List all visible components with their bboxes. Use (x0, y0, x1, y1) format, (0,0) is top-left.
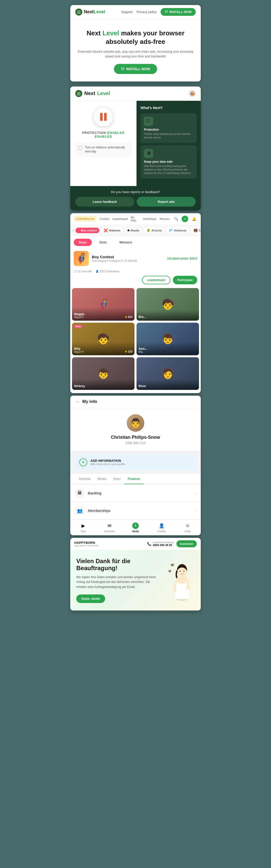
lw-nav-contest[interactable]: Contest (100, 217, 109, 220)
hb-register-button[interactable]: Anmelden (176, 540, 197, 547)
hb-phone-label: Kostenlose Beratung (153, 541, 174, 544)
hb-content: Vielen Dank für die Beauftragung! Wir ha… (76, 558, 160, 603)
lw-card-by-sam: Mig... (139, 350, 197, 353)
myinfo-nav-invite[interactable]: ☺ Invite (175, 523, 201, 533)
myinfo-menu-memberships[interactable]: 👥 Memberships › (70, 502, 201, 519)
hb-illustration: 🦋 🦋 (164, 559, 195, 601)
lw-card-overlay-maggie: Maggie Miguel P. (72, 307, 134, 321)
svg-point-8 (183, 571, 185, 572)
lw-nav-mykids[interactable]: My Kids (131, 216, 140, 222)
myinfo-name: Christian Philips-Snow (75, 435, 196, 440)
lw-filter-winners[interactable]: Winners (114, 239, 137, 246)
myinfo-add-info[interactable]: + ADD INFORMATION Add more info to your … (75, 455, 196, 470)
nl-app-body: PROTECTION ENABLED ENABLED Turn on defen… (70, 101, 201, 186)
lw-nav-vote4hope[interactable]: Vote4Hope (143, 217, 156, 220)
lw-search-icon[interactable]: 🔍 (173, 216, 179, 222)
littlewinner-app-section: LittleWinner Contest Leaderboard My Kids… (70, 213, 201, 393)
leave-feedback-button[interactable]: Leave feedback (75, 197, 134, 207)
auto-defence-checkbox[interactable] (78, 146, 82, 150)
verify-icon: + (132, 523, 139, 529)
myinfo-nav-label-received: Received (104, 530, 115, 533)
myinfo-tab-finance[interactable]: Finance (124, 474, 144, 484)
clock-icon: 🕐 (74, 270, 77, 273)
hb-desc: Wir haben Ihre Daten erhalten und werden… (76, 575, 160, 589)
nl-app-header: NextLevel 🍪 (70, 87, 201, 101)
nl-hero-install-button[interactable]: 🛡 INSTALL NOW (114, 64, 157, 74)
lw-filter-boys[interactable]: Boys (74, 239, 92, 246)
hb-thanks-button[interactable]: Super, danke (76, 594, 105, 603)
lw-tab-california[interactable]: 🐻California (191, 227, 201, 234)
memberships-icon: 👥 (75, 506, 84, 515)
nl-feature-card-datasafe: 🖥 Keep your data safe With Next Level av… (141, 146, 197, 179)
myinfo-nav-verify[interactable]: + Verify (122, 523, 149, 533)
lw-bell-icon[interactable]: 🔔 (191, 216, 197, 222)
lw-tab-alaska[interactable]: Alaska (125, 227, 142, 234)
myinfo-nav-received[interactable]: ✉ Received (96, 523, 122, 533)
report-ads-button[interactable]: Report ads (137, 197, 196, 207)
hb-title: Vielen Dank für die Beauftragung! (76, 558, 160, 572)
add-info-text: ADD INFORMATION Add more info to your pr… (90, 459, 125, 466)
lw-contest-info: Boy Contest From August 6 To August 27, … (92, 255, 164, 262)
lw-tab-dot-boy (78, 229, 80, 231)
list-item[interactable]: NEW 🧒 Billy Miguel P. ★123 (72, 323, 134, 355)
lw-participate-button[interactable]: Participate (173, 276, 197, 284)
nl-privacy-link[interactable]: Privacy policy (137, 10, 156, 14)
lw-card-overlay-sam: Sam... Mig... (137, 342, 199, 355)
svg-point-0 (78, 11, 80, 13)
lw-add-icon[interactable]: + (182, 216, 188, 222)
nl-feature-protection-title: Protection (144, 128, 193, 131)
myinfo-back-button[interactable]: ← (75, 399, 80, 404)
lw-card-by-billy: Miguel P. (74, 350, 132, 353)
lw-filter-girls[interactable]: Girls (94, 239, 112, 246)
myinfo-tab-docs[interactable]: Docs (110, 474, 124, 484)
list-item[interactable]: 🧑 River (137, 357, 199, 390)
lw-prize: 1st place prize: $10.0 (167, 257, 197, 260)
svg-point-7 (180, 571, 181, 572)
list-item[interactable]: 👦 Sam... Mig... (137, 323, 199, 355)
myinfo-tab-general[interactable]: General (75, 474, 94, 484)
myinfo-nav-sent[interactable]: ▶ Sent (70, 523, 96, 533)
pause-icon (100, 113, 107, 121)
lw-card-overlay-billy: Billy Miguel P. (72, 342, 134, 355)
nl-install-button[interactable]: 🛡 INSTALL NOW (160, 8, 196, 16)
list-item[interactable]: 🧒 Bra... (137, 288, 199, 321)
myinfo-memberships-label: Memberships (88, 508, 191, 513)
lw-tabs-prev[interactable]: ‹ (73, 228, 74, 232)
nl-support-link[interactable]: Support (121, 10, 133, 14)
list-item[interactable]: 🦸 Maggie Miguel P. ★523 (72, 288, 134, 321)
cookie-icon[interactable]: 🍪 (189, 90, 196, 97)
lw-tab-alabama[interactable]: ❌Alabama (101, 227, 123, 234)
lw-tab-arizona[interactable]: 🌵Arizona (144, 227, 164, 234)
nl-app-logo-icon (75, 90, 82, 97)
lw-card-by-maggie: Miguel P. (74, 316, 132, 319)
hb-logo-name: HAPPYBORN (74, 541, 98, 545)
person-icon: 👤 (96, 270, 99, 273)
nl-pause-button[interactable] (93, 107, 113, 127)
lw-card-overlay-bra: Bra... (137, 310, 199, 321)
lw-nav-winners[interactable]: Winners (159, 217, 170, 220)
banking-icon: 🏛 (75, 489, 84, 498)
hb-navbar: HAPPYBORN Application for child benefit … (70, 538, 201, 550)
lw-contest-image-bg: 🦸 (74, 251, 89, 266)
profiles-icon: 👤 (158, 523, 165, 529)
nl-features-title: What's Next? (141, 106, 197, 110)
add-info-plus-icon: + (79, 458, 87, 466)
lw-filter-tabs: Boys Girls Winners (70, 236, 201, 248)
lw-tab-arkansas[interactable]: 💎Arkansas (166, 227, 189, 234)
svg-text:🦋: 🦋 (170, 563, 174, 567)
myinfo-code: CDE-942-212 (75, 441, 196, 445)
lw-tab-boy-contest[interactable]: Boy contest (76, 228, 99, 233)
lw-flag-alabama: ❌ (103, 228, 108, 232)
svg-point-1 (78, 93, 80, 94)
chevron-right-icon-memberships: › (194, 508, 196, 513)
lw-cards-grid: 🦸 Maggie Miguel P. ★523 🧒 Bra... NEW 🧒 B… (70, 287, 201, 391)
add-info-subtitle: Add more info to your profile (90, 463, 125, 466)
myinfo-menu-banking[interactable]: 🏛 Banking › (70, 485, 201, 502)
myinfo-header: ← My info (70, 396, 201, 408)
lw-card-overlay-river: River (137, 379, 199, 390)
lw-leaderboard-button[interactable]: Leaderboard (142, 276, 170, 284)
lw-nav-leaderboard[interactable]: Leaderboard (112, 217, 128, 220)
myinfo-tab-media[interactable]: Media (94, 474, 110, 484)
myinfo-nav-profiles[interactable]: 👤 Profiles (149, 523, 175, 533)
list-item[interactable]: 👦 Hickory (72, 357, 134, 390)
